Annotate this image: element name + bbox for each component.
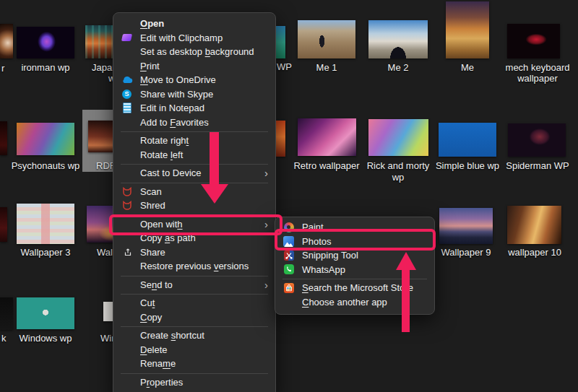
menu-item-copy[interactable]: Copy	[113, 310, 275, 325]
menu-item-label: Properties	[140, 377, 183, 388]
desktop-icon-thumbnail[interactable]	[508, 123, 566, 157]
menu-item-label: Cast to Device	[140, 167, 202, 178]
desktop-icon-label: wallpaper	[517, 73, 558, 84]
menu-item-properties[interactable]: Properties	[113, 375, 275, 390]
menu-item-open[interactable]: Open	[113, 17, 275, 31]
desktop-icon-thumbnail[interactable]	[439, 123, 496, 157]
onedrive-icon	[121, 74, 133, 85]
menu-separator	[113, 162, 275, 166]
icon-spacer	[121, 330, 133, 341]
desktop-icon-label: mech keyboard	[506, 62, 570, 73]
menu-item-label: Scan	[140, 186, 162, 197]
desktop-icon-thumbnail[interactable]	[298, 118, 356, 156]
desktop-icon-thumbnail[interactable]	[298, 20, 355, 58]
desktop-icon-thumbnail[interactable]	[507, 24, 560, 58]
icon-spacer	[282, 297, 295, 308]
desktop-icon-thumbnail[interactable]	[17, 297, 74, 329]
annotation-rect-open-with	[109, 214, 282, 235]
menu-item-set-as-desktop-background[interactable]: Set as desktop background	[113, 45, 275, 59]
menu-item-rename[interactable]: Rename	[113, 357, 275, 371]
desktop-icon-label: Me 1	[316, 62, 337, 73]
context-menu: Open Edit with Clipchamp Set as desktop …	[113, 12, 276, 392]
desktop-icon-label: Windows wp	[20, 333, 72, 344]
menu-item-edit-with-clipchamp[interactable]: Edit with Clipchamp	[113, 31, 275, 45]
icon-spacer	[121, 377, 133, 388]
menu-item-label: Restore previous versions	[140, 261, 249, 271]
desktop-icon-thumbnail[interactable]	[0, 121, 7, 155]
menu-item-rotate-right[interactable]: Rotate right	[113, 134, 275, 148]
menu-separator	[275, 276, 434, 281]
desktop-icon-thumbnail[interactable]	[17, 123, 74, 155]
icon-spacer	[121, 135, 133, 146]
menu-item-restore-previous-versions[interactable]: Restore previous versions	[113, 259, 275, 274]
desktop-icon-thumbnail[interactable]	[439, 208, 493, 244]
desktop: { "colors":{ "annotation_pink":"#F01E5A"…	[0, 0, 578, 392]
desktop-icon-thumbnail[interactable]	[0, 297, 13, 330]
desktop-icon-label: wallpaper 10	[508, 247, 561, 258]
desktop-icon-label: Me	[461, 62, 474, 73]
desktop-icon-thumbnail[interactable]	[368, 119, 428, 156]
desktop-icon-thumbnail[interactable]	[17, 204, 74, 244]
menu-item-shred[interactable]: Shred	[113, 199, 275, 213]
menu-item-cast-to-device[interactable]: Cast to Device ›	[113, 166, 275, 180]
icon-spacer	[121, 117, 133, 128]
menu-item-label: Search the Microsoft Store	[302, 282, 413, 293]
submenu-item-choose-another-app[interactable]: Choose another app	[275, 295, 434, 310]
icon-spacer	[121, 46, 133, 57]
chevron-right-icon: ›	[264, 167, 268, 178]
desktop-icon-label: ironman wp	[21, 62, 69, 73]
menu-item-share-with-skype[interactable]: S Share with Skype	[113, 87, 275, 102]
antivirus-icon	[121, 200, 133, 211]
annotation-arrow-down-head	[201, 184, 228, 204]
icon-spacer	[121, 149, 133, 160]
desktop-icon-thumbnail[interactable]	[275, 26, 285, 58]
menu-item-edit-in-notepad[interactable]: Edit in Notepad	[113, 101, 275, 116]
desktop-icon-thumbnail[interactable]	[368, 20, 428, 58]
desktop-icon-label: Retro wallpaper	[293, 160, 359, 171]
menu-item-label: Set as desktop background	[140, 46, 254, 57]
annotation-arrow-up-head	[396, 252, 416, 270]
menu-item-send-to[interactable]: Send to ›	[113, 278, 275, 292]
whatsapp-icon	[282, 264, 295, 275]
menu-item-label: Share	[140, 247, 165, 258]
icon-spacer	[121, 312, 133, 323]
icon-spacer	[121, 61, 133, 71]
menu-item-move-to-onedrive[interactable]: Move to OneDrive	[113, 73, 275, 87]
menu-item-delete[interactable]: Delete	[113, 343, 275, 357]
desktop-icon-thumbnail[interactable]	[446, 1, 489, 58]
menu-item-cut[interactable]: Cut	[113, 296, 275, 310]
clipchamp-icon	[121, 32, 133, 43]
menu-item-share[interactable]: Share	[113, 245, 275, 260]
menu-separator	[113, 129, 275, 134]
menu-item-label: Rotate right	[140, 135, 189, 146]
annotation-arrow-down	[210, 132, 219, 185]
desktop-icon-label: wp	[392, 172, 405, 183]
desktop-icon-label: k	[1, 333, 7, 344]
annotation-arrow-up	[402, 269, 410, 332]
desktop-icon-thumbnail[interactable]	[0, 207, 7, 242]
menu-item-print[interactable]: Print	[113, 59, 275, 74]
submenu-item-search-microsoft-store[interactable]: Search the Microsoft Store	[275, 281, 434, 295]
menu-item-add-to-favorites[interactable]: Add to Favorites	[113, 116, 275, 130]
desktop-icon-thumbnail[interactable]	[17, 27, 74, 58]
menu-item-create-shortcut[interactable]: Create shortcut	[113, 328, 275, 343]
icon-spacer	[121, 344, 133, 355]
menu-item-label: Choose another app	[302, 297, 387, 308]
desktop-icon-label: WP	[277, 61, 292, 72]
menu-item-label: Edit in Notepad	[140, 103, 204, 113]
menu-separator	[113, 324, 275, 328]
menu-separator	[113, 292, 275, 296]
skype-icon: S	[121, 89, 133, 100]
menu-separator	[113, 274, 275, 278]
desktop-icon-label: Psychonauts wp	[12, 160, 80, 171]
menu-item-label: Open	[140, 18, 164, 29]
desktop-icon-label: Simple blue wp	[436, 160, 499, 171]
icon-spacer	[121, 167, 133, 178]
desktop-icon-thumbnail[interactable]	[507, 206, 561, 244]
menu-item-label: Snipping Tool	[302, 250, 358, 261]
desktop-icon-label: Spiderman WP	[506, 160, 569, 171]
menu-item-scan[interactable]: Scan	[113, 185, 275, 199]
menu-item-rotate-left[interactable]: Rotate left	[113, 148, 275, 162]
desktop-icon-thumbnail[interactable]	[0, 24, 13, 58]
desktop-icon-thumbnail[interactable]	[275, 121, 285, 157]
